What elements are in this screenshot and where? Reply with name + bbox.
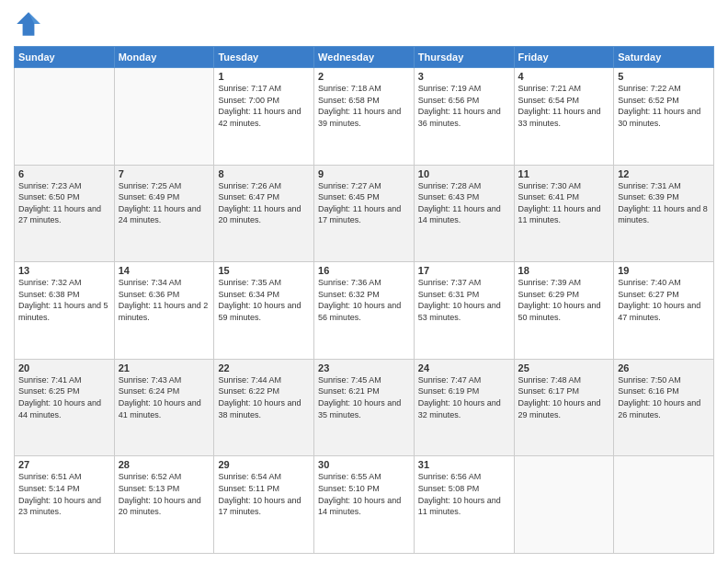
calendar-cell [614, 456, 714, 554]
day-number: 10 [418, 168, 510, 179]
day-number: 12 [618, 168, 710, 179]
day-info: Sunrise: 7:18 AMSunset: 6:58 PMDaylight:… [318, 83, 410, 129]
day-number: 17 [418, 265, 510, 276]
day-info: Sunrise: 6:52 AMSunset: 5:13 PMDaylight:… [119, 471, 210, 517]
day-info: Sunrise: 7:40 AMSunset: 6:27 PMDaylight:… [618, 277, 710, 323]
calendar-cell: 13Sunrise: 7:32 AMSunset: 6:38 PMDayligh… [15, 262, 115, 360]
day-number: 6 [18, 168, 110, 179]
calendar-cell: 16Sunrise: 7:36 AMSunset: 6:32 PMDayligh… [314, 262, 415, 360]
calendar-cell: 21Sunrise: 7:43 AMSunset: 6:24 PMDayligh… [114, 359, 214, 456]
day-info: Sunrise: 7:47 AMSunset: 6:19 PMDaylight:… [418, 374, 510, 420]
day-info: Sunrise: 7:17 AMSunset: 7:00 PMDaylight:… [218, 83, 310, 129]
day-info: Sunrise: 7:23 AMSunset: 6:50 PMDaylight:… [18, 180, 110, 226]
day-number: 13 [18, 265, 110, 276]
header [14, 9, 714, 39]
calendar-cell: 19Sunrise: 7:40 AMSunset: 6:27 PMDayligh… [614, 262, 714, 360]
calendar-cell: 5Sunrise: 7:22 AMSunset: 6:52 PMDaylight… [614, 68, 714, 166]
day-number: 25 [518, 362, 610, 373]
weekday-header: Sunday [15, 47, 115, 68]
calendar-week-row: 20Sunrise: 7:41 AMSunset: 6:25 PMDayligh… [15, 359, 714, 456]
day-info: Sunrise: 7:31 AMSunset: 6:39 PMDaylight:… [618, 180, 710, 226]
day-number: 28 [119, 459, 210, 470]
calendar-cell [15, 68, 115, 166]
calendar-week-row: 13Sunrise: 7:32 AMSunset: 6:38 PMDayligh… [15, 262, 714, 360]
calendar-cell: 11Sunrise: 7:30 AMSunset: 6:41 PMDayligh… [514, 165, 614, 262]
calendar-cell: 23Sunrise: 7:45 AMSunset: 6:21 PMDayligh… [314, 359, 415, 456]
day-info: Sunrise: 7:27 AMSunset: 6:45 PMDaylight:… [318, 180, 410, 226]
day-number: 31 [418, 459, 510, 470]
day-info: Sunrise: 7:44 AMSunset: 6:22 PMDaylight:… [218, 374, 310, 420]
day-number: 1 [218, 71, 310, 82]
logo-icon [14, 9, 43, 39]
calendar-cell [514, 456, 614, 554]
day-info: Sunrise: 7:41 AMSunset: 6:25 PMDaylight:… [18, 374, 110, 420]
calendar-cell: 18Sunrise: 7:39 AMSunset: 6:29 PMDayligh… [514, 262, 614, 360]
day-info: Sunrise: 7:19 AMSunset: 6:56 PMDaylight:… [418, 83, 510, 129]
day-number: 21 [119, 362, 210, 373]
day-info: Sunrise: 7:21 AMSunset: 6:54 PMDaylight:… [518, 83, 610, 129]
page: SundayMondayTuesdayWednesdayThursdayFrid… [0, 0, 728, 563]
day-number: 3 [418, 71, 510, 82]
day-info: Sunrise: 7:22 AMSunset: 6:52 PMDaylight:… [618, 83, 710, 129]
logo [14, 9, 47, 39]
day-number: 9 [318, 168, 410, 179]
calendar-cell: 29Sunrise: 6:54 AMSunset: 5:11 PMDayligh… [214, 456, 314, 554]
day-info: Sunrise: 6:55 AMSunset: 5:10 PMDaylight:… [318, 471, 410, 517]
day-number: 7 [119, 168, 210, 179]
calendar-week-row: 6Sunrise: 7:23 AMSunset: 6:50 PMDaylight… [15, 165, 714, 262]
weekday-header: Thursday [414, 47, 514, 68]
calendar-cell: 6Sunrise: 7:23 AMSunset: 6:50 PMDaylight… [15, 165, 115, 262]
weekday-header: Tuesday [214, 47, 314, 68]
day-number: 27 [18, 459, 110, 470]
calendar-cell: 30Sunrise: 6:55 AMSunset: 5:10 PMDayligh… [314, 456, 415, 554]
calendar-cell: 31Sunrise: 6:56 AMSunset: 5:08 PMDayligh… [414, 456, 514, 554]
day-info: Sunrise: 6:56 AMSunset: 5:08 PMDaylight:… [418, 471, 510, 517]
day-info: Sunrise: 7:28 AMSunset: 6:43 PMDaylight:… [418, 180, 510, 226]
weekday-header: Saturday [614, 47, 714, 68]
day-info: Sunrise: 7:32 AMSunset: 6:38 PMDaylight:… [18, 277, 110, 323]
day-number: 14 [119, 265, 210, 276]
calendar-cell: 22Sunrise: 7:44 AMSunset: 6:22 PMDayligh… [214, 359, 314, 456]
calendar-cell: 4Sunrise: 7:21 AMSunset: 6:54 PMDaylight… [514, 68, 614, 166]
day-number: 15 [218, 265, 310, 276]
calendar-cell: 20Sunrise: 7:41 AMSunset: 6:25 PMDayligh… [15, 359, 115, 456]
day-info: Sunrise: 7:50 AMSunset: 6:16 PMDaylight:… [618, 374, 710, 420]
day-number: 18 [518, 265, 610, 276]
calendar-week-row: 27Sunrise: 6:51 AMSunset: 5:14 PMDayligh… [15, 456, 714, 554]
calendar-cell [114, 68, 214, 166]
day-number: 24 [418, 362, 510, 373]
weekday-header: Friday [514, 47, 614, 68]
calendar-table: SundayMondayTuesdayWednesdayThursdayFrid… [14, 46, 714, 554]
calendar-cell: 15Sunrise: 7:35 AMSunset: 6:34 PMDayligh… [214, 262, 314, 360]
calendar-cell: 7Sunrise: 7:25 AMSunset: 6:49 PMDaylight… [114, 165, 214, 262]
day-number: 8 [218, 168, 310, 179]
day-info: Sunrise: 7:26 AMSunset: 6:47 PMDaylight:… [218, 180, 310, 226]
calendar-header-row: SundayMondayTuesdayWednesdayThursdayFrid… [15, 47, 714, 68]
weekday-header: Wednesday [314, 47, 415, 68]
calendar-cell: 14Sunrise: 7:34 AMSunset: 6:36 PMDayligh… [114, 262, 214, 360]
calendar-cell: 27Sunrise: 6:51 AMSunset: 5:14 PMDayligh… [15, 456, 115, 554]
day-number: 29 [218, 459, 310, 470]
calendar-cell: 24Sunrise: 7:47 AMSunset: 6:19 PMDayligh… [414, 359, 514, 456]
calendar-cell: 26Sunrise: 7:50 AMSunset: 6:16 PMDayligh… [614, 359, 714, 456]
calendar-cell: 8Sunrise: 7:26 AMSunset: 6:47 PMDaylight… [214, 165, 314, 262]
calendar-cell: 12Sunrise: 7:31 AMSunset: 6:39 PMDayligh… [614, 165, 714, 262]
calendar-cell: 10Sunrise: 7:28 AMSunset: 6:43 PMDayligh… [414, 165, 514, 262]
day-info: Sunrise: 7:45 AMSunset: 6:21 PMDaylight:… [318, 374, 410, 420]
day-info: Sunrise: 7:34 AMSunset: 6:36 PMDaylight:… [119, 277, 210, 323]
day-info: Sunrise: 6:51 AMSunset: 5:14 PMDaylight:… [18, 471, 110, 517]
day-info: Sunrise: 7:36 AMSunset: 6:32 PMDaylight:… [318, 277, 410, 323]
day-info: Sunrise: 7:39 AMSunset: 6:29 PMDaylight:… [518, 277, 610, 323]
weekday-header: Monday [114, 47, 214, 68]
day-number: 2 [318, 71, 410, 82]
calendar-cell: 17Sunrise: 7:37 AMSunset: 6:31 PMDayligh… [414, 262, 514, 360]
day-number: 5 [618, 71, 710, 82]
day-info: Sunrise: 7:30 AMSunset: 6:41 PMDaylight:… [518, 180, 610, 226]
day-number: 23 [318, 362, 410, 373]
day-number: 22 [218, 362, 310, 373]
day-info: Sunrise: 6:54 AMSunset: 5:11 PMDaylight:… [218, 471, 310, 517]
day-info: Sunrise: 7:48 AMSunset: 6:17 PMDaylight:… [518, 374, 610, 420]
day-number: 16 [318, 265, 410, 276]
calendar-cell: 25Sunrise: 7:48 AMSunset: 6:17 PMDayligh… [514, 359, 614, 456]
day-info: Sunrise: 7:25 AMSunset: 6:49 PMDaylight:… [119, 180, 210, 226]
